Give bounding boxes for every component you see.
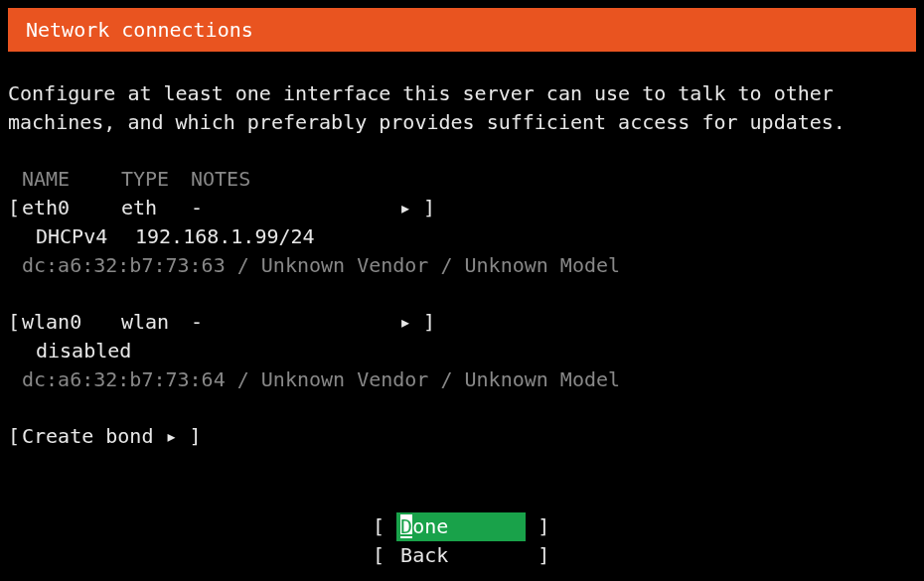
iface-notes: -: [191, 194, 399, 222]
create-bond-row[interactable]: [Create bond ▸ ]: [8, 422, 916, 451]
interface-main-row[interactable]: [wlan0wlan-▸ ]: [22, 308, 916, 337]
back-button[interactable]: [ Back ]: [373, 541, 551, 570]
interface-main-row[interactable]: [eth0eth-▸ ]: [22, 194, 916, 222]
column-headers: NAMETYPENOTES: [22, 165, 916, 194]
iface-addr: 192.168.1.99/24: [135, 224, 315, 248]
chevron-right-icon: ▸: [166, 424, 178, 448]
bracket-close: ]: [538, 543, 549, 567]
bracket-close: ]: [190, 424, 202, 448]
bracket-open: [: [8, 422, 22, 451]
col-header-notes: NOTES: [191, 167, 250, 191]
interface-row-wlan0[interactable]: [wlan0wlan-▸ ] disabled dc:a6:32:b7:73:6…: [22, 308, 916, 394]
bracket-open: [: [8, 308, 22, 337]
chevron-right-icon: ▸: [399, 310, 411, 334]
col-header-name: NAME: [22, 165, 121, 194]
create-bond-label: Create bond: [22, 424, 153, 448]
iface-name: wlan0: [22, 308, 121, 337]
done-label-rest: one: [412, 514, 448, 538]
bracket-close: ]: [423, 310, 435, 334]
page-title: Network connections: [26, 18, 253, 42]
back-label: Back: [400, 543, 448, 567]
bracket-close: ]: [538, 514, 549, 538]
iface-name: eth0: [22, 194, 121, 222]
page-header: Network connections: [8, 8, 916, 52]
interface-sub-row: DHCPv4192.168.1.99/24: [22, 222, 916, 251]
interface-hw-row: dc:a6:32:b7:73:63 / Unknown Vendor / Unk…: [22, 251, 916, 280]
iface-hw: dc:a6:32:b7:73:64 / Unknown Vendor / Unk…: [22, 367, 620, 391]
iface-disabled: disabled: [36, 339, 131, 363]
bracket-open: [: [8, 194, 22, 222]
iface-notes: -: [191, 308, 399, 337]
iface-hw: dc:a6:32:b7:73:63 / Unknown Vendor / Unk…: [22, 253, 620, 277]
bracket-open: [: [373, 514, 385, 538]
interface-sub-row: disabled: [22, 337, 916, 365]
bracket-open: [: [373, 543, 385, 567]
done-button[interactable]: [ Done ]: [373, 512, 551, 541]
interface-row-eth0[interactable]: [eth0eth-▸ ] DHCPv4192.168.1.99/24 dc:a6…: [22, 194, 916, 280]
iface-proto: DHCPv4: [36, 222, 135, 251]
button-area: [ Done ] [ Back ]: [8, 512, 916, 570]
chevron-right-icon: ▸: [399, 196, 411, 219]
iface-type: wlan: [121, 308, 191, 337]
description-text: Configure at least one interface this se…: [8, 79, 916, 165]
interfaces-table: NAMETYPENOTES [eth0eth-▸ ] DHCPv4192.168…: [8, 165, 916, 394]
interface-hw-row: dc:a6:32:b7:73:64 / Unknown Vendor / Unk…: [22, 365, 916, 394]
done-hotkey: D: [400, 514, 412, 538]
col-header-type: TYPE: [121, 165, 191, 194]
iface-type: eth: [121, 194, 191, 222]
bracket-close: ]: [423, 196, 435, 219]
main-content: Configure at least one interface this se…: [0, 52, 924, 570]
